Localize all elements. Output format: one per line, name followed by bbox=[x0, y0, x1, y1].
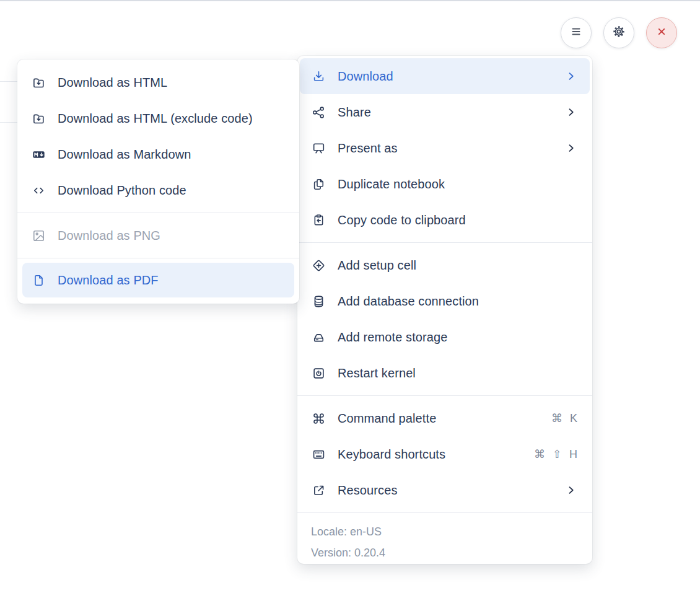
menu-item-keyboard-shortcuts[interactable]: Keyboard shortcuts ⌘ ⇧ H bbox=[297, 436, 592, 472]
submenu-item-label: Download as PDF bbox=[58, 273, 284, 288]
duplicate-pages-icon bbox=[310, 176, 326, 192]
version-info: Version: 0.20.4 bbox=[311, 542, 579, 563]
folder-download-icon bbox=[30, 110, 46, 126]
storage-drive-icon bbox=[310, 329, 326, 345]
menu-item-download[interactable]: Download bbox=[300, 58, 590, 94]
menu-item-label: Duplicate notebook bbox=[338, 177, 577, 191]
shortcut-hint: ⌘ K bbox=[551, 411, 577, 425]
menu-item-resources[interactable]: Resources bbox=[297, 472, 592, 508]
menu-item-add-setup-cell[interactable]: Add setup cell bbox=[297, 247, 592, 283]
code-brackets-icon bbox=[30, 182, 46, 198]
background-divider bbox=[0, 81, 18, 82]
present-screen-icon bbox=[310, 140, 326, 156]
submenu-item-download-png[interactable]: Download as PNG bbox=[17, 218, 299, 253]
shortcut-hint: ⌘ ⇧ H bbox=[534, 447, 577, 461]
menu-item-label: Copy code to clipboard bbox=[338, 213, 577, 227]
chevron-right-icon bbox=[565, 484, 577, 496]
external-link-icon bbox=[310, 482, 326, 498]
image-icon bbox=[30, 227, 46, 244]
download-icon bbox=[310, 68, 326, 84]
menu-item-label: Restart kernel bbox=[338, 366, 577, 380]
locale-info: Locale: en-US bbox=[311, 521, 579, 542]
window-controls bbox=[561, 17, 677, 48]
submenu-item-label: Download as PNG bbox=[58, 229, 284, 243]
database-icon bbox=[310, 293, 326, 309]
menu-item-label: Keyboard shortcuts bbox=[338, 447, 523, 462]
menu-item-label: Resources bbox=[338, 483, 554, 498]
menu-item-label: Add database connection bbox=[338, 294, 577, 309]
submenu-item-label: Download as HTML (exclude code) bbox=[58, 112, 284, 126]
share-icon bbox=[310, 104, 326, 120]
submenu-divider bbox=[17, 213, 299, 213]
menu-item-duplicate-notebook[interactable]: Duplicate notebook bbox=[297, 166, 592, 202]
download-submenu: Download as HTML Download as HTML (exclu… bbox=[17, 59, 299, 304]
menu-item-share[interactable]: Share bbox=[297, 94, 592, 130]
submenu-item-label: Download Python code bbox=[58, 183, 284, 198]
hamburger-menu-button[interactable] bbox=[561, 17, 592, 48]
hamburger-icon bbox=[568, 24, 584, 42]
folder-download-icon bbox=[30, 74, 46, 90]
menu-divider bbox=[297, 395, 592, 396]
background-divider bbox=[0, 122, 18, 123]
submenu-item-download-python-code[interactable]: Download Python code bbox=[17, 172, 299, 208]
menu-item-label: Command palette bbox=[338, 411, 540, 426]
power-square-icon bbox=[310, 365, 326, 381]
menu-item-add-database-connection[interactable]: Add database connection bbox=[297, 283, 592, 319]
menu-footer: Locale: en-US Version: 0.20.4 bbox=[297, 517, 592, 563]
command-icon bbox=[310, 410, 326, 426]
menu-item-label: Share bbox=[338, 105, 554, 120]
diamond-plus-icon bbox=[310, 257, 326, 273]
menu-item-present-as[interactable]: Present as bbox=[297, 130, 592, 166]
menu-item-add-remote-storage[interactable]: Add remote storage bbox=[297, 319, 592, 355]
menu-item-label: Download bbox=[338, 69, 554, 84]
menu-item-label: Add remote storage bbox=[338, 330, 577, 345]
submenu-item-label: Download as Markdown bbox=[58, 147, 284, 162]
menu-item-restart-kernel[interactable]: Restart kernel bbox=[297, 355, 592, 391]
chevron-right-icon bbox=[565, 142, 577, 154]
submenu-item-download-markdown[interactable]: Download as Markdown bbox=[17, 136, 299, 172]
close-button[interactable] bbox=[646, 17, 677, 48]
gear-icon bbox=[611, 24, 627, 42]
chevron-right-icon bbox=[565, 70, 577, 82]
submenu-item-download-html-exclude-code[interactable]: Download as HTML (exclude code) bbox=[17, 100, 299, 136]
submenu-item-download-pdf[interactable]: Download as PDF bbox=[22, 263, 294, 297]
file-icon bbox=[30, 272, 46, 288]
markdown-icon bbox=[30, 146, 46, 162]
keyboard-icon bbox=[310, 446, 326, 462]
menu-item-label: Present as bbox=[338, 141, 554, 156]
page-top-border bbox=[0, 0, 700, 1]
chevron-right-icon bbox=[565, 106, 577, 118]
submenu-item-label: Download as HTML bbox=[58, 76, 284, 90]
menu-item-command-palette[interactable]: Command palette ⌘ K bbox=[297, 400, 592, 436]
close-x-icon bbox=[654, 24, 670, 42]
notebook-menu: Download Share Present as bbox=[297, 56, 592, 564]
menu-item-copy-code[interactable]: Copy code to clipboard bbox=[297, 202, 592, 238]
submenu-item-download-html[interactable]: Download as HTML bbox=[17, 64, 299, 100]
clipboard-arrow-icon bbox=[310, 212, 326, 228]
menu-item-label: Add setup cell bbox=[338, 258, 577, 273]
submenu-divider bbox=[17, 258, 299, 258]
menu-divider bbox=[297, 512, 592, 513]
settings-button[interactable] bbox=[603, 17, 634, 48]
menu-divider bbox=[297, 242, 592, 243]
